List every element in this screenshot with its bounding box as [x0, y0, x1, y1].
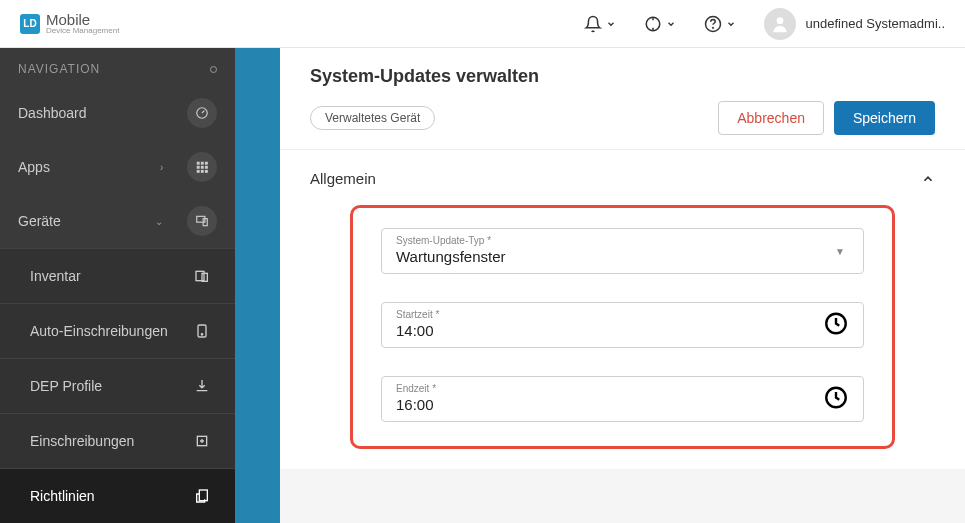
svg-rect-6 — [201, 162, 204, 165]
sidebar-item-dashboard[interactable]: Dashboard — [0, 86, 235, 140]
apps-icon — [187, 152, 217, 182]
svg-rect-13 — [205, 170, 208, 173]
sidebar-item-policies[interactable]: Richtlinien — [0, 468, 235, 523]
person-icon — [770, 14, 790, 34]
avatar — [764, 8, 796, 40]
auto-enroll-icon — [187, 316, 217, 346]
section-header[interactable]: Allgemein — [310, 170, 935, 187]
sidebar-item-devices[interactable]: Geräte ⌄ — [0, 194, 235, 248]
sidebar-item-label: Dashboard — [18, 105, 87, 121]
svg-rect-10 — [205, 166, 208, 169]
clock-icon[interactable] — [823, 311, 849, 340]
notifications-menu[interactable] — [584, 15, 616, 33]
sidebar-item-inventory[interactable]: Inventar — [0, 248, 235, 303]
user-menu[interactable]: undefined Systemadmi.. — [764, 8, 945, 40]
help-menu[interactable] — [704, 15, 736, 33]
sync-menu[interactable] — [644, 15, 676, 33]
section-title: Allgemein — [310, 170, 376, 187]
device-chip[interactable]: Verwaltetes Gerät — [310, 106, 435, 130]
field-label: Startzeit * — [396, 309, 849, 320]
svg-point-3 — [776, 17, 783, 24]
page-header: System-Updates verwalten Verwaltetes Ger… — [280, 48, 965, 150]
svg-rect-12 — [201, 170, 204, 173]
sidebar-item-dep-profile[interactable]: DEP Profile — [0, 358, 235, 413]
svg-rect-11 — [197, 170, 200, 173]
nav-header: NAVIGATION — [0, 48, 235, 86]
field-label: System-Update-Typ * — [396, 235, 849, 246]
devices-icon — [187, 206, 217, 236]
logo-text: Mobile Device Management — [46, 12, 119, 35]
sync-icon — [644, 15, 662, 33]
chevron-down-icon — [726, 19, 736, 29]
page-title: System-Updates verwalten — [310, 66, 935, 87]
svg-rect-8 — [197, 166, 200, 169]
inventory-icon — [187, 261, 217, 291]
dashboard-icon — [187, 98, 217, 128]
save-button[interactable]: Speichern — [834, 101, 935, 135]
sidebar-item-label: Geräte — [18, 213, 61, 229]
sidebar-item-label: Richtlinien — [30, 488, 95, 504]
svg-point-2 — [712, 27, 713, 28]
end-time-field[interactable]: Endzeit * — [381, 376, 864, 422]
logo-subtitle: Device Management — [46, 27, 119, 35]
chevron-up-icon — [921, 172, 935, 186]
logo-title: Mobile — [46, 12, 119, 27]
clock-icon[interactable] — [823, 385, 849, 414]
sidebar-item-label: Inventar — [30, 268, 81, 284]
chevron-down-icon: ⌄ — [155, 216, 163, 227]
sidebar-item-auto-enroll[interactable]: Auto-Einschreibungen — [0, 303, 235, 358]
sidebar-item-label: Einschreibungen — [30, 433, 134, 449]
sidebar: NAVIGATION Dashboard Apps › Geräte ⌄ Inv… — [0, 48, 235, 523]
dropdown-arrow-icon: ▼ — [835, 246, 845, 257]
dep-icon — [187, 371, 217, 401]
header-actions: undefined Systemadmi.. — [584, 8, 945, 40]
top-header: LD Mobile Device Management undefined Sy… — [0, 0, 965, 48]
end-time-input[interactable] — [396, 396, 849, 413]
chevron-right-icon: › — [160, 162, 163, 173]
sidebar-item-label: Apps — [18, 159, 50, 175]
side-accent-tab[interactable] — [235, 48, 280, 523]
collapse-icon[interactable] — [210, 66, 217, 73]
svg-rect-5 — [197, 162, 200, 165]
field-value: Wartungsfenster — [396, 248, 849, 265]
system-update-type-field[interactable]: System-Update-Typ * Wartungsfenster ▼ — [381, 228, 864, 274]
sidebar-item-apps[interactable]: Apps › — [0, 140, 235, 194]
section-general: Allgemein System-Update-Typ * Wartungsfe… — [280, 150, 965, 469]
help-icon — [704, 15, 722, 33]
svg-point-19 — [201, 334, 202, 335]
highlighted-form-area: System-Update-Typ * Wartungsfenster ▼ St… — [350, 205, 895, 449]
svg-rect-9 — [201, 166, 204, 169]
enroll-icon — [187, 426, 217, 456]
logo-badge: LD — [20, 14, 40, 34]
chevron-down-icon — [666, 19, 676, 29]
field-label: Endzeit * — [396, 383, 849, 394]
sidebar-item-label: DEP Profile — [30, 378, 102, 394]
nav-header-label: NAVIGATION — [18, 62, 100, 76]
svg-rect-21 — [199, 490, 207, 501]
sidebar-item-enrollments[interactable]: Einschreibungen — [0, 413, 235, 468]
main-content: System-Updates verwalten Verwaltetes Ger… — [280, 48, 965, 523]
logo[interactable]: LD Mobile Device Management — [20, 12, 119, 35]
svg-rect-7 — [205, 162, 208, 165]
chevron-down-icon — [606, 19, 616, 29]
start-time-field[interactable]: Startzeit * — [381, 302, 864, 348]
user-name: undefined Systemadmi.. — [806, 16, 945, 31]
sidebar-item-label: Auto-Einschreibungen — [30, 323, 168, 339]
bell-icon — [584, 15, 602, 33]
policies-icon — [187, 481, 217, 511]
cancel-button[interactable]: Abbrechen — [718, 101, 824, 135]
start-time-input[interactable] — [396, 322, 849, 339]
